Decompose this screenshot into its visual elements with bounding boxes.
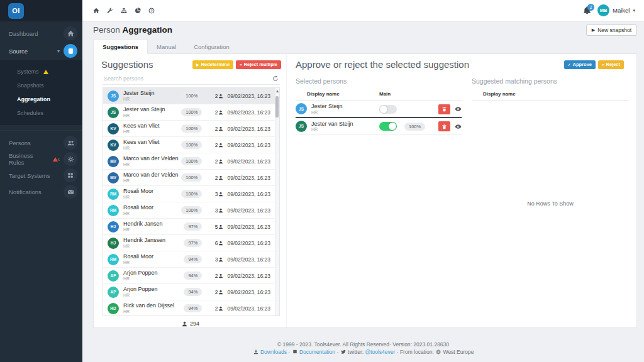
person-icon xyxy=(218,192,223,197)
list-item[interactable]: KV Kees van Vliet HR 100% 2 09/02/2023, … xyxy=(103,137,279,153)
person-count: 5 xyxy=(215,224,218,230)
total-count: 294 xyxy=(101,316,280,331)
tab-bar: Suggestions Manual Configuration xyxy=(93,39,238,54)
list-item[interactable]: KV Kees van Vliet HR 100% 2 09/02/2023, … xyxy=(103,121,279,137)
person-icon xyxy=(218,143,223,148)
reject-multiple-button[interactable]: × Reject multiple xyxy=(236,60,281,69)
links-line: Downloads · Documentation · twitter: @to… xyxy=(82,348,644,356)
sidebar-item-snapshots[interactable]: Snapshots xyxy=(0,79,82,92)
sidebar-item-target-systems[interactable]: Target Systems xyxy=(0,167,82,184)
list-item[interactable]: HJ Hendrik Jansen HR 97% 5 09/02/2023, 1… xyxy=(103,219,279,235)
avatar: JS xyxy=(296,103,307,114)
notifications-bell-icon[interactable]: 2 xyxy=(583,6,591,14)
main-toggle[interactable] xyxy=(379,105,397,114)
list-item[interactable]: JS Jester Steijn HR 100% 2 09/02/2023, 1… xyxy=(103,88,279,104)
list-item[interactable]: AP Arjon Poppen HR 94% 2 09/02/2023, 16:… xyxy=(103,284,279,300)
match-percent-badge: 94% xyxy=(184,288,202,296)
tab-configuration[interactable]: Configuration xyxy=(185,40,238,54)
person-count: 2 xyxy=(215,93,218,99)
home-icon xyxy=(64,26,77,40)
x-icon: × xyxy=(240,63,242,67)
sidebar-item-persons[interactable]: Persons xyxy=(0,134,82,151)
match-percent-badge: 100% xyxy=(181,92,202,100)
sidebar-item-notifications[interactable]: Notifications xyxy=(0,184,82,200)
sidebar-item-source[interactable]: Source ▾ xyxy=(0,42,82,60)
list-item[interactable]: MV Marco van der Velden HR 100% 2 09/02/… xyxy=(103,153,279,170)
list-item[interactable]: RM Rosali Moor HR 100% 3 09/02/2023, 16:… xyxy=(103,186,279,202)
list-item[interactable]: AP Arjon Poppen HR 94% 2 09/02/2023, 16:… xyxy=(103,268,279,284)
list-item[interactable]: RD Rick van den Dijssel HR 94% 2 09/02/2… xyxy=(103,300,279,316)
tab-suggestions[interactable]: Suggestions xyxy=(93,39,148,54)
snapshot-date: 09/02/2023, 16:23 xyxy=(227,256,270,263)
person-name: Marco van der Velden xyxy=(123,172,181,178)
sidebar-item-dashboard[interactable]: Dashboard xyxy=(0,25,82,42)
globe-icon xyxy=(436,349,441,354)
scrollbar[interactable] xyxy=(275,88,279,315)
column-main: Main xyxy=(379,91,391,97)
table-row[interactable]: JS Jester van Steijn HR 100% xyxy=(296,118,462,135)
main-toggle[interactable] xyxy=(379,122,397,131)
user-menu[interactable]: MB Maikel ▾ xyxy=(597,4,635,16)
sidebar-item-schedules[interactable]: Schedules xyxy=(0,106,82,120)
match-percent-badge: 100% xyxy=(181,141,202,149)
home-icon[interactable] xyxy=(93,8,99,14)
list-item[interactable]: JS Jester van Steijn HR 100% 2 09/02/202… xyxy=(103,104,279,121)
snapshot-date: 09/02/2023, 16:23 xyxy=(227,158,270,165)
person-icon xyxy=(218,257,223,262)
scroll-up-icon[interactable] xyxy=(276,90,279,92)
eye-icon[interactable] xyxy=(455,123,462,130)
eye-icon[interactable] xyxy=(455,106,462,112)
content-card: Suggestions ▶ Redetermine × Reject multi… xyxy=(93,53,637,328)
list-item[interactable]: HJ Hendrik Janssen HR 97% 6 09/02/2023, … xyxy=(103,235,279,251)
person-icon xyxy=(218,110,223,115)
match-percent-badge: 94% xyxy=(184,304,202,312)
person-name: Hendrik Jansen xyxy=(123,221,184,227)
list-item[interactable]: RM Rosali Moor HR 100% 3 09/02/2023, 16:… xyxy=(103,202,279,219)
person-name: Marco van der Velden xyxy=(123,155,181,162)
wrench-icon[interactable] xyxy=(107,8,113,14)
avatar: JS xyxy=(108,90,119,102)
list-item[interactable]: RM Rosali Moor HR 94% 3 09/02/2023, 16:2… xyxy=(103,251,279,268)
avatar: KV xyxy=(108,140,119,151)
avatar: MB xyxy=(597,4,609,16)
play-icon: ▶ xyxy=(196,62,199,67)
new-snapshot-button[interactable]: ▶ New snapshot xyxy=(586,25,637,36)
match-percent-badge: 97% xyxy=(184,222,202,231)
trash-icon xyxy=(441,124,447,129)
delete-button[interactable] xyxy=(438,104,450,114)
delete-button[interactable] xyxy=(438,121,450,131)
person-department: HR xyxy=(123,260,184,265)
downloads-link[interactable]: Downloads xyxy=(260,349,287,355)
sidebar-item-business-rules[interactable]: Business Rules ‹ xyxy=(0,151,82,167)
chevron-down-icon: ▾ xyxy=(57,48,60,54)
pie-chart-icon[interactable] xyxy=(135,8,141,14)
person-count: 3 xyxy=(215,207,218,214)
redetermine-button[interactable]: ▶ Redetermine xyxy=(192,60,233,69)
snapshot-date: 09/02/2023, 16:23 xyxy=(227,240,270,246)
person-icon xyxy=(218,126,223,131)
list-item[interactable]: MV Marco van der Velden HR 100% 2 09/02/… xyxy=(103,170,279,186)
scrollbar-thumb[interactable] xyxy=(275,96,279,118)
search-input[interactable] xyxy=(104,75,272,82)
person-department: HR xyxy=(311,110,379,115)
person-count: 6 xyxy=(215,240,218,246)
sitemap-icon[interactable] xyxy=(121,8,127,14)
table-row[interactable]: JS Jester Steijn HR xyxy=(296,101,462,118)
reject-button[interactable]: × Reject xyxy=(598,60,624,69)
sidebar-item-label: Dashboard xyxy=(9,30,38,37)
person-department: HR xyxy=(123,244,184,249)
tab-manual[interactable]: Manual xyxy=(148,40,185,54)
snapshot-date: 09/02/2023, 16:23 xyxy=(227,175,270,181)
help-icon[interactable] xyxy=(148,8,155,14)
sidebar-item-systems[interactable]: Systems xyxy=(0,65,82,79)
refresh-icon[interactable] xyxy=(272,75,279,82)
sidebar-item-aggregation[interactable]: Aggregation xyxy=(0,92,82,106)
trash-icon xyxy=(441,106,447,112)
snapshot-date: 09/02/2023, 16:23 xyxy=(227,224,270,230)
documentation-link[interactable]: Documentation xyxy=(299,349,335,355)
approve-button[interactable]: ✓ Approve xyxy=(564,60,596,69)
twitter-link[interactable]: @tools4ever xyxy=(365,349,395,355)
app-logo[interactable]: OI xyxy=(8,3,24,19)
x-icon: × xyxy=(602,63,604,67)
person-count: 2 xyxy=(215,289,218,295)
